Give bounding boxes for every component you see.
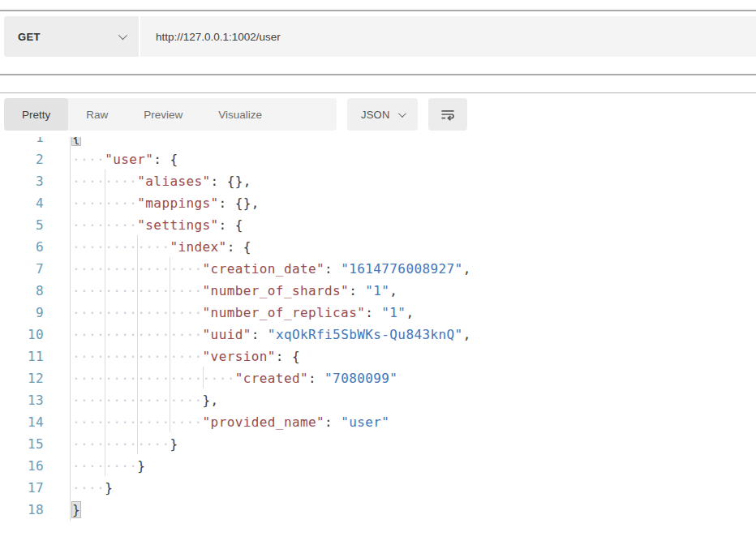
code-line: 15············} [0,433,756,455]
code-line: 14················"provided_name": "user… [0,411,756,433]
tab-raw[interactable]: Raw [68,98,126,131]
method-select[interactable]: GET [4,16,139,57]
request-bar: GET http://127.0.0.1:1002/user [4,16,756,57]
code-line: 1{ [0,137,756,148]
response-body-editor[interactable]: 1{2····"user": {3········"aliases": {},4… [0,137,756,544]
url-input[interactable]: http://127.0.0.1:1002/user [139,16,756,57]
response-divider [0,92,756,94]
tab-preview[interactable]: Preview [126,98,200,131]
line-number: 6 [0,236,44,258]
code-line: 2····"user": { [0,148,756,170]
code-line: 3········"aliases": {}, [0,170,756,192]
wrap-text-button[interactable] [428,98,467,131]
code-line: 6············"index": { [0,236,756,258]
code-line: 11················"version": { [0,345,756,367]
code-line: 10················"uuid": "xqOkRfi5SbWKs… [0,324,756,345]
code-line: 18} [0,499,756,521]
line-number: 8 [0,280,44,302]
code-line: 17····} [0,477,756,499]
code-line: 9················"number_of_replicas": "… [0,302,756,324]
section-divider [0,74,756,75]
line-number: 11 [0,345,44,367]
line-number: 5 [0,214,44,236]
code-line: 13················}, [0,389,756,411]
code-line: 16········} [0,455,756,477]
code-line: 5········"settings": { [0,214,756,236]
line-number: 7 [0,258,44,280]
line-number: 15 [0,433,44,455]
line-number: 9 [0,302,44,324]
format-select[interactable]: JSON [347,98,418,131]
response-view-tabs: PrettyRawPreviewVisualize [4,98,337,131]
window-divider-top [0,10,756,11]
line-number: 16 [0,455,44,477]
code-line: 8················"number_of_shards": "1"… [0,280,756,302]
tab-visualize[interactable]: Visualize [200,98,280,131]
line-number: 10 [0,324,44,345]
line-number: 1 [0,137,44,148]
line-number: 2 [0,148,44,170]
wrap-text-icon [439,105,457,123]
url-text: http://127.0.0.1:1002/user [156,31,281,43]
line-number: 17 [0,477,44,499]
line-number: 3 [0,170,44,192]
line-number: 14 [0,411,44,433]
line-number: 18 [0,499,44,521]
code-lines: 1{2····"user": {3········"aliases": {},4… [0,137,756,521]
response-toolbar: PrettyRawPreviewVisualize JSON [4,98,756,131]
method-label: GET [18,31,41,43]
tab-pretty[interactable]: Pretty [4,98,68,131]
code-line: 4········"mappings": {}, [0,192,756,214]
line-number: 12 [0,367,44,389]
chevron-down-icon [118,31,127,40]
chevron-down-icon [398,109,406,118]
line-number: 13 [0,389,44,411]
code-line: 7················"creation_date": "16147… [0,258,756,280]
format-label: JSON [361,109,389,121]
line-number: 4 [0,192,44,214]
code-line: 12····················"created": "708009… [0,367,756,389]
